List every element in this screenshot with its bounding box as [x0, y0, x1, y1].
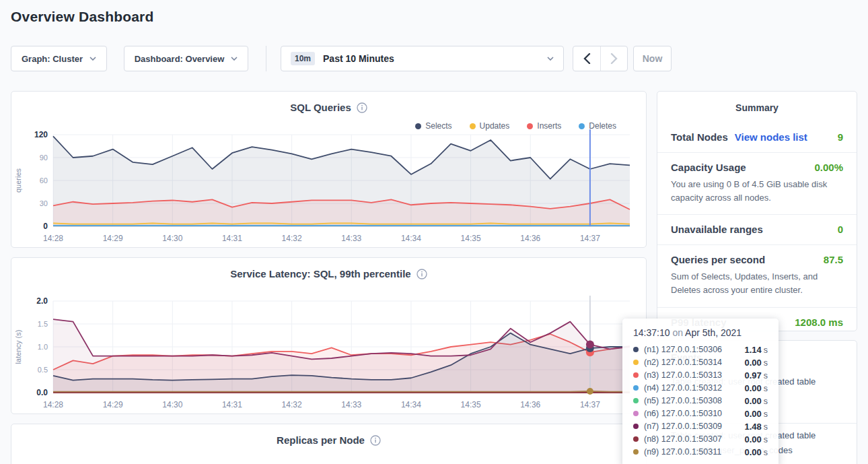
svg-text:0.0: 0.0	[36, 388, 48, 397]
tooltip-row: (n1) 127.0.0.1:503061.14s	[633, 343, 768, 356]
node-color-dot	[633, 372, 639, 378]
svg-text:14:29: 14:29	[103, 234, 123, 243]
svg-text:14:35: 14:35	[461, 400, 481, 409]
svg-text:14:28: 14:28	[43, 400, 63, 409]
svg-text:14:35: 14:35	[461, 234, 481, 243]
time-back-button[interactable]	[573, 46, 600, 71]
chevron-down-icon	[547, 57, 554, 61]
graph-scope-dropdown[interactable]: Graph: Cluster	[11, 46, 107, 71]
svg-text:30: 30	[40, 199, 48, 207]
node-latency-value: 1.14s	[744, 345, 768, 355]
chart-title-sql-queries: SQL Queries	[290, 102, 351, 113]
node-latency-value: 1.48s	[744, 422, 768, 432]
service-latency-card: Service Latency: SQL, 99th percentile 14…	[11, 257, 647, 414]
qps-label: Queries per second	[671, 254, 765, 265]
capacity-label: Capacity Usage	[671, 162, 746, 173]
node-latency-value: 0.00s	[744, 409, 768, 419]
node-address: (n6) 127.0.0.1:50310	[644, 409, 722, 418]
time-range-label: Past 10 Minutes	[323, 53, 539, 64]
svg-text:14:30: 14:30	[162, 234, 182, 243]
node-latency-unit: s	[764, 345, 768, 355]
info-icon[interactable]	[417, 269, 427, 279]
svg-text:14:34: 14:34	[401, 400, 421, 409]
now-button[interactable]: Now	[633, 46, 672, 71]
total-nodes-value: 9	[838, 131, 843, 143]
tooltip-row: (n5) 127.0.0.1:503080.00s	[633, 395, 768, 407]
view-nodes-list-link[interactable]: View nodes list	[735, 131, 807, 143]
page-title: Overview Dashboard	[11, 9, 154, 25]
tooltip-row: (n3) 127.0.0.1:503130.97s	[633, 369, 768, 381]
unavailable-ranges-label: Unavailable ranges	[671, 224, 763, 235]
node-latency-unit: s	[764, 448, 768, 457]
svg-text:14:28: 14:28	[43, 234, 63, 243]
node-color-dot	[633, 436, 639, 442]
dashboard-dropdown[interactable]: Dashboard: Overview	[124, 46, 248, 71]
node-latency-unit: s	[764, 422, 768, 432]
svg-text:14:32: 14:32	[282, 400, 302, 409]
sql-queries-card: SQL Queries SelectsUpdatesInsertsDeletes…	[11, 91, 647, 248]
chevron-right-icon	[610, 53, 618, 64]
svg-text:14:33: 14:33	[341, 234, 361, 243]
svg-text:14:36: 14:36	[520, 400, 540, 409]
node-latency-value: 0.00s	[744, 447, 768, 457]
node-latency-unit: s	[764, 371, 768, 380]
chevron-left-icon	[583, 53, 591, 64]
tooltip-row: (n2) 127.0.0.1:503140.00s	[633, 356, 768, 368]
service-latency-chart[interactable]: 14:2814:2914:3014:3114:3214:3314:3414:35…	[11, 290, 647, 415]
tooltip-row: (n4) 127.0.0.1:503120.00s	[633, 382, 768, 394]
node-address: (n7) 127.0.0.1:50309	[644, 422, 722, 431]
svg-text:14:37: 14:37	[580, 400, 600, 409]
svg-text:0.5: 0.5	[38, 366, 48, 374]
node-address: (n4) 127.0.0.1:50312	[644, 383, 722, 393]
node-color-dot	[633, 347, 639, 352]
svg-text:queries: queries	[14, 168, 22, 193]
summary-row-qps: Queries per second 87.5 Sum of Selects, …	[657, 244, 857, 306]
time-forward-button[interactable]	[600, 46, 627, 71]
chart-hover-tooltip: 14:37:10 on Apr 5th, 2021 (n1) 127.0.0.1…	[622, 319, 779, 464]
svg-text:120: 120	[34, 130, 48, 139]
node-color-dot	[633, 424, 639, 429]
svg-text:latency (s): latency (s)	[14, 330, 22, 364]
node-latency-unit: s	[764, 409, 768, 419]
node-address: (n1) 127.0.0.1:50306	[644, 345, 722, 354]
qps-value: 87.5	[824, 254, 843, 265]
dashboard-label: Dashboard: Overview	[135, 54, 225, 64]
tooltip-row: (n9) 127.0.0.1:503110.00s	[633, 446, 768, 458]
info-icon[interactable]	[357, 102, 367, 113]
svg-text:14:31: 14:31	[222, 234, 242, 243]
svg-text:14:32: 14:32	[282, 234, 302, 243]
svg-text:14:29: 14:29	[103, 400, 123, 409]
time-range-badge: 10m	[291, 52, 315, 65]
node-address: (n8) 127.0.0.1:50307	[644, 434, 722, 444]
chevron-down-icon	[89, 57, 96, 61]
p99-latency-value: 1208.0 ms	[795, 317, 843, 328]
svg-text:60: 60	[40, 176, 48, 185]
node-address: (n5) 127.0.0.1:50308	[644, 396, 722, 405]
capacity-desc: You are using 0 B of 4.5 GiB usable disk…	[671, 178, 843, 205]
node-address: (n3) 127.0.0.1:50313	[644, 370, 722, 380]
node-color-dot	[633, 411, 639, 416]
node-latency-value: 0.00s	[744, 358, 768, 368]
node-latency-unit: s	[764, 397, 768, 406]
node-latency-value: 0.00s	[744, 396, 768, 406]
svg-text:14:37: 14:37	[580, 234, 600, 243]
info-icon[interactable]	[370, 435, 381, 446]
time-nav-group	[573, 46, 628, 71]
total-nodes-label: Total Nodes	[671, 131, 728, 143]
tooltip-row: (n7) 127.0.0.1:503091.48s	[633, 420, 768, 432]
sql-queries-chart[interactable]: 14:2814:2914:3014:3114:3214:3314:3414:35…	[11, 124, 647, 248]
node-color-dot	[633, 398, 639, 403]
node-latency-unit: s	[764, 358, 768, 368]
node-color-dot	[633, 385, 639, 391]
svg-text:1.5: 1.5	[38, 320, 48, 328]
svg-text:14:30: 14:30	[162, 400, 182, 409]
chart-title-service-latency: Service Latency: SQL, 99th percentile	[230, 268, 410, 279]
time-range-picker[interactable]: 10m Past 10 Minutes	[281, 46, 564, 71]
qps-desc: Sum of Selects, Updates, Inserts, and De…	[671, 270, 843, 297]
svg-text:14:36: 14:36	[520, 234, 540, 243]
node-address: (n9) 127.0.0.1:50311	[644, 447, 721, 457]
summary-title: Summary	[657, 92, 857, 123]
svg-text:14:34: 14:34	[401, 234, 421, 243]
svg-text:90: 90	[40, 154, 48, 162]
summary-row-unavailable: Unavailable ranges 0	[657, 214, 857, 244]
